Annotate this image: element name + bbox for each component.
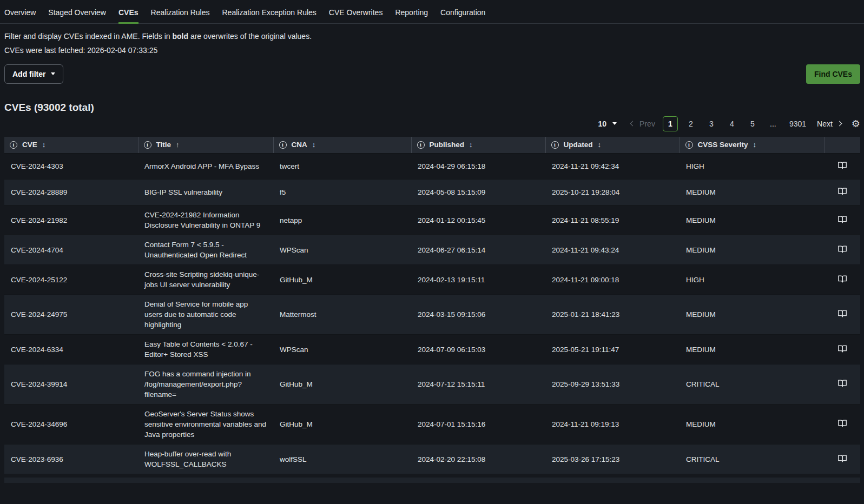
tab-cves[interactable]: CVEs	[118, 8, 138, 24]
cve-id-cell: CVE-2023-6936	[4, 445, 138, 474]
tab-overview[interactable]: Overview	[4, 8, 36, 24]
column-header-cvss-severity[interactable]: CVSS Severity↕	[680, 137, 825, 154]
column-header-actions	[825, 137, 860, 154]
book-open-icon	[837, 275, 847, 283]
intro-line1-prefix: Filter and display CVEs indexed in AME. …	[4, 32, 172, 41]
tab-staged-overview[interactable]: Staged Overview	[48, 8, 106, 24]
info-icon	[551, 141, 559, 149]
updated-cell: 2025-09-29 13:51:33	[545, 364, 680, 404]
title-cell: CVE-2024-21982 Information Disclosure Vu…	[138, 205, 273, 235]
column-header-updated[interactable]: Updated↕	[545, 137, 680, 154]
tab-label: CVE Overwrites	[329, 8, 383, 17]
find-cves-button[interactable]: Find CVEs	[806, 64, 860, 84]
tab-label: Configuration	[440, 8, 485, 17]
page-number-button[interactable]: 1	[663, 116, 678, 131]
cve-id-cell: CVE-2024-6334	[4, 335, 138, 364]
title-cell: Heap-buffer over-read with WOLFSSL_CALLB…	[138, 445, 273, 474]
chevron-left-icon	[630, 121, 636, 127]
cna-cell: GitHub_M	[273, 265, 411, 295]
caret-down-icon	[612, 122, 617, 125]
open-details-button[interactable]	[836, 418, 848, 429]
page-number-button[interactable]: 2	[683, 116, 698, 131]
column-label: Updated	[564, 141, 593, 149]
open-details-button[interactable]	[836, 308, 848, 319]
page-number-button[interactable]: 9301	[786, 116, 809, 131]
tab-label: Reporting	[395, 8, 428, 17]
page-number-button[interactable]: 5	[745, 116, 760, 131]
sort-icon: ↕	[598, 141, 601, 149]
open-details-button[interactable]	[836, 214, 848, 225]
updated-cell: 2025-03-26 17:15:23	[545, 445, 680, 474]
book-open-icon	[837, 215, 847, 224]
tab-realization-rules[interactable]: Realization Rules	[151, 8, 210, 24]
column-label: CVE	[22, 141, 37, 149]
column-header-published[interactable]: Published↕	[411, 137, 545, 154]
sort-asc-icon: ↑	[176, 141, 179, 149]
updated-cell: 2025-10-21 19:28:04	[545, 180, 680, 205]
next-page-button[interactable]: Next	[817, 120, 841, 128]
column-header-cve[interactable]: CVE↕	[4, 137, 138, 154]
open-details-button[interactable]	[836, 378, 848, 389]
open-details-button[interactable]	[836, 160, 848, 171]
info-icon	[279, 141, 287, 149]
column-header-title[interactable]: Title↑	[138, 137, 273, 154]
info-icon	[417, 141, 425, 149]
tab-cve-overwrites[interactable]: CVE Overwrites	[329, 8, 383, 24]
caret-down-icon	[51, 72, 55, 75]
title-cell: Easy Table of Contents < 2.0.67 - Editor…	[138, 335, 273, 364]
updated-cell: 2025-05-21 19:11:47	[545, 335, 680, 364]
table-row: CVE-2024-4303 ArmorX Android APP - MFA B…	[4, 154, 860, 180]
title-cell: Denial of Service for mobile app users d…	[138, 295, 273, 335]
cve-id-cell: CVE-2024-4303	[4, 154, 138, 180]
page-size-select[interactable]: 10	[598, 120, 617, 128]
tab-realization-exception-rules[interactable]: Realization Exception Rules	[222, 8, 316, 24]
severity-cell: CRITICAL	[680, 445, 825, 474]
open-details-button[interactable]	[836, 453, 848, 464]
severity-cell: MEDIUM	[680, 295, 825, 335]
cna-cell: wolfSSL	[273, 445, 411, 474]
gear-icon[interactable]: ⚙	[852, 119, 860, 129]
info-icon	[144, 141, 151, 149]
open-details-button[interactable]	[836, 274, 848, 284]
page-number-button[interactable]: 3	[704, 116, 719, 131]
cve-id-cell: CVE-2024-39914	[4, 364, 138, 404]
table-row: CVE-2024-6334 Easy Table of Contents < 2…	[4, 335, 860, 364]
tab-configuration[interactable]: Configuration	[440, 8, 485, 24]
table-row: CVE-2024-21982 CVE-2024-21982 Informatio…	[4, 205, 860, 235]
tab-reporting[interactable]: Reporting	[395, 8, 428, 24]
table-row: CVE-2024-4704 Contact Form 7 < 5.9.5 - U…	[4, 235, 860, 265]
table-row: CVE-2024-25122 Cross-site Scripting side…	[4, 265, 860, 295]
sort-icon: ↕	[469, 141, 472, 149]
partial-next-row	[4, 478, 860, 483]
prev-page-button[interactable]: Prev	[631, 120, 655, 128]
published-cell: 2024-05-08 15:15:09	[411, 180, 545, 205]
open-details-button[interactable]	[836, 343, 848, 354]
cve-id-cell: CVE-2024-28889	[4, 180, 138, 205]
prev-label: Prev	[639, 120, 655, 128]
pagination-bar: 10 Prev 1 2 3 4 5 ... 9301 Next ⚙	[4, 116, 860, 131]
open-details-button[interactable]	[836, 244, 848, 255]
page-ellipsis[interactable]: ...	[766, 116, 781, 131]
open-details-button[interactable]	[836, 186, 848, 197]
table-row: CVE-2023-6936 Heap-buffer over-read with…	[4, 445, 860, 474]
severity-cell: MEDIUM	[680, 404, 825, 445]
column-header-cna[interactable]: CNA↕	[273, 137, 411, 154]
title-cell: ArmorX Android APP - MFA Bypass	[138, 154, 273, 180]
next-label: Next	[817, 120, 833, 128]
cna-cell: WPScan	[273, 335, 411, 364]
top-tab-bar: Overview Staged Overview CVEs Realizatio…	[4, 0, 860, 24]
cna-cell: Mattermost	[273, 295, 411, 335]
info-icon	[10, 141, 17, 149]
last-fetched-text: CVEs were last fetched: 2026-02-04 07:33…	[4, 46, 860, 55]
published-cell: 2024-02-13 19:15:11	[411, 265, 545, 295]
info-icon	[685, 141, 693, 149]
intro-line-1: Filter and display CVEs indexed in AME. …	[4, 32, 860, 41]
published-cell: 2024-01-12 00:15:45	[411, 205, 545, 235]
add-filter-button[interactable]: Add filter	[4, 64, 63, 84]
add-filter-label: Add filter	[12, 70, 45, 78]
intro-line1-bold: bold	[172, 32, 188, 41]
page-number-button[interactable]: 4	[724, 116, 740, 131]
page-number-list: 1 2 3 4 5 ... 9301	[663, 116, 809, 131]
cna-cell: GitHub_M	[273, 404, 411, 445]
book-open-icon	[837, 187, 847, 196]
